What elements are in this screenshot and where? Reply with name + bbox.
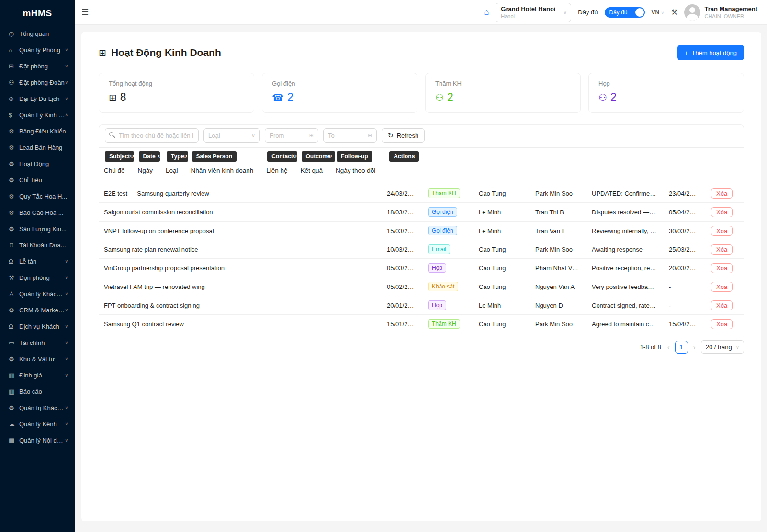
delete-button[interactable]: Xóa bbox=[711, 319, 733, 329]
sidebar-item[interactable]: ⚙ Sản Lượng Kin... bbox=[0, 221, 75, 237]
sidebar-item[interactable]: ⚙ Lead Bán Hàng bbox=[0, 139, 75, 155]
sidebar-item[interactable]: ♖ Tài Khoản Doa... bbox=[0, 237, 75, 253]
sidebar-item-label: Báo Cáo Hoa ... bbox=[19, 209, 68, 216]
sidebar-item-label: Lễ tân bbox=[19, 258, 65, 265]
column-settings-badge[interactable]: ⚙ bbox=[180, 151, 191, 161]
cell-sales-person: Cao Tung bbox=[474, 190, 527, 197]
stat-number: 2 bbox=[447, 91, 453, 104]
sidebar-item[interactable]: ⊞ Đặt phòng ∨ bbox=[0, 58, 75, 74]
chevron-icon: ∨ bbox=[65, 324, 70, 329]
sidebar-item-icon: ⚙ bbox=[9, 144, 19, 151]
sidebar-item[interactable]: ▤ Quản lý Nội dung ∨ bbox=[0, 432, 75, 448]
sidebar-item[interactable]: ⚒ Dọn phòng ∨ bbox=[0, 269, 75, 286]
table-row[interactable]: Vietravel FAM trip — renovated wing 05/0… bbox=[99, 277, 744, 296]
chevron-icon: ∨ bbox=[65, 373, 70, 377]
stat-value: ⚇ 2 bbox=[598, 91, 734, 104]
sidebar-item[interactable]: ▭ Tài chính ∨ bbox=[0, 334, 75, 351]
table-row[interactable]: E2E test — Samsung quarterly review 24/0… bbox=[99, 184, 744, 203]
chevron-icon: ∨ bbox=[65, 356, 70, 361]
sidebar-item[interactable]: ⚙ Kho & Vật tư ∨ bbox=[0, 351, 75, 367]
search-input[interactable] bbox=[105, 128, 199, 143]
sidebar-item[interactable]: ⚙ Hoạt Động bbox=[0, 155, 75, 172]
gear-icon: ⚙ bbox=[381, 153, 385, 160]
add-activity-button[interactable]: + Thêm hoạt động bbox=[677, 45, 744, 60]
next-page-icon[interactable]: › bbox=[692, 343, 697, 351]
cell-followup: - bbox=[664, 302, 703, 309]
topbar-right: ⌂ Grand Hotel Hanoi Hanoi ∨ Đầy đủ Đầy đ… bbox=[484, 3, 757, 22]
search-icon bbox=[109, 132, 113, 136]
sidebar-item-icon: ⚒ bbox=[9, 274, 19, 281]
sidebar-item-label: Quản lý Khách ... bbox=[19, 290, 65, 298]
chevron-icon: ∨ bbox=[65, 47, 70, 52]
table-row[interactable]: FPT onboarding & contract signing 20/01/… bbox=[99, 296, 744, 315]
sidebar-item[interactable]: ⚙ Báo Cáo Hoa ... bbox=[0, 204, 75, 221]
delete-button[interactable]: Xóa bbox=[711, 282, 733, 292]
table-row[interactable]: VinGroup partnership proposal presentati… bbox=[99, 259, 744, 277]
table-row[interactable]: Samsung rate plan renewal notice 10/03/2… bbox=[99, 240, 744, 259]
sidebar-item[interactable]: Ω Dịch vụ Khách ∨ bbox=[0, 318, 75, 334]
sidebar-item[interactable]: ♙ Quản lý Khách ... ∨ bbox=[0, 286, 75, 302]
page-size-select[interactable]: 20 / trang ∨ bbox=[701, 340, 744, 354]
date-from-input[interactable]: From ⊞ bbox=[265, 128, 318, 143]
delete-button[interactable]: Xóa bbox=[711, 188, 733, 199]
type-filter-select[interactable]: Loại ∨ bbox=[203, 128, 260, 143]
sidebar-item[interactable]: ⊕ Đại Lý Du Lịch ∨ bbox=[0, 90, 75, 107]
toggle-knob bbox=[635, 8, 644, 17]
search-box bbox=[105, 128, 199, 143]
wrench-icon[interactable]: ⚒ bbox=[671, 8, 677, 17]
user-menu[interactable]: Tran Management CHAIN_OWNER bbox=[684, 4, 757, 21]
sidebar-item-label: Lead Bán Hàng bbox=[19, 144, 68, 151]
menu-fold-icon[interactable]: ☰ bbox=[81, 7, 89, 17]
delete-button[interactable]: Xóa bbox=[711, 300, 733, 310]
sidebar-item[interactable]: ▥ Định giá ∨ bbox=[0, 367, 75, 383]
sidebar-item[interactable]: ⚙ Chỉ Tiêu bbox=[0, 172, 75, 188]
sidebar-item[interactable]: ⚙ Quản trị Khách ... ∨ bbox=[0, 399, 75, 416]
sidebar-item[interactable]: ▥ Báo cáo bbox=[0, 383, 75, 399]
home-icon[interactable]: ⌂ bbox=[484, 7, 489, 17]
language-select[interactable]: VN ∨ bbox=[652, 9, 665, 16]
sidebar-item[interactable]: ◷ Tổng quan bbox=[0, 25, 75, 42]
sidebar-item-label: CRM & Marketi... bbox=[19, 307, 65, 314]
sidebar-item[interactable]: ⚙ Quy Tắc Hoa H... bbox=[0, 188, 75, 204]
stat-card: Thăm KH ⚇ 2 bbox=[425, 73, 581, 113]
cell-date: 24/03/2026 bbox=[382, 190, 420, 197]
prev-page-icon[interactable]: ‹ bbox=[666, 343, 671, 351]
topbar: ☰ ⌂ Grand Hotel Hanoi Hanoi ∨ Đầy đủ Đầy… bbox=[75, 0, 767, 25]
refresh-button[interactable]: ↻ Refresh bbox=[382, 128, 425, 143]
column-settings-badge[interactable]: ⚙ bbox=[93, 151, 103, 161]
sidebar-item[interactable]: ⌂ Quản lý Phòng ∨ bbox=[0, 42, 75, 58]
table-row[interactable]: VNPT follow-up on conference proposal 15… bbox=[99, 222, 744, 240]
delete-button[interactable]: Xóa bbox=[711, 263, 733, 273]
sidebar-item[interactable]: ⚙ Bảng Điều Khiển bbox=[0, 123, 75, 139]
column-settings-badge[interactable]: ⚙ bbox=[290, 151, 300, 161]
column-settings-badge[interactable]: ⚙ bbox=[256, 151, 266, 161]
column-settings-badge[interactable]: ⚙ bbox=[378, 151, 388, 161]
sidebar-item[interactable]: Ω Lễ tân ∨ bbox=[0, 253, 75, 269]
sidebar-item[interactable]: ⚇ Đặt phòng Đoàn ∨ bbox=[0, 74, 75, 90]
column-header-label: Chủ đề bbox=[104, 167, 125, 174]
delete-button[interactable]: Xóa bbox=[711, 207, 733, 217]
table-row[interactable]: Samsung Q1 contract review 15/01/2026 Th… bbox=[99, 315, 744, 333]
sidebar-item[interactable]: ☁ Quản lý Kênh ∨ bbox=[0, 416, 75, 432]
sidebar-item-label: Sản Lượng Kin... bbox=[19, 225, 68, 233]
main-area: ☰ ⌂ Grand Hotel Hanoi Hanoi ∨ Đầy đủ Đầy… bbox=[75, 0, 767, 532]
hotel-select[interactable]: Grand Hotel Hanoi Hanoi ∨ bbox=[496, 3, 571, 22]
delete-button[interactable]: Xóa bbox=[711, 226, 733, 236]
sidebar-item-icon: ◷ bbox=[9, 30, 19, 37]
column-header-label: Kết quả bbox=[301, 167, 323, 174]
column-settings-badge[interactable]: ⚙ bbox=[155, 151, 165, 161]
sidebar-item[interactable]: ⚙ CRM & Marketi... ∨ bbox=[0, 302, 75, 318]
table-row[interactable]: Saigontourist commission reconciliation … bbox=[99, 203, 744, 222]
column-settings-badge[interactable]: ⚙ bbox=[127, 151, 137, 161]
column-settings-badge[interactable]: ⚙ bbox=[325, 151, 335, 161]
stat-value: ⚇ 2 bbox=[435, 91, 571, 104]
page-number-button[interactable]: 1 bbox=[675, 341, 688, 354]
column-header-label: Liên hệ bbox=[266, 167, 287, 174]
sidebar-item[interactable]: $ Quản Lý Kinh D... ∧ bbox=[0, 107, 75, 123]
type-tag: Khảo sát bbox=[428, 282, 458, 291]
date-to-input[interactable]: To ⊞ bbox=[323, 128, 377, 143]
mode-toggle[interactable]: Đầy đủ bbox=[605, 7, 645, 18]
cell-contact: Park Min Soo bbox=[530, 321, 584, 328]
delete-button[interactable]: Xóa bbox=[711, 244, 733, 255]
chevron-down-icon: ∨ bbox=[563, 10, 567, 16]
